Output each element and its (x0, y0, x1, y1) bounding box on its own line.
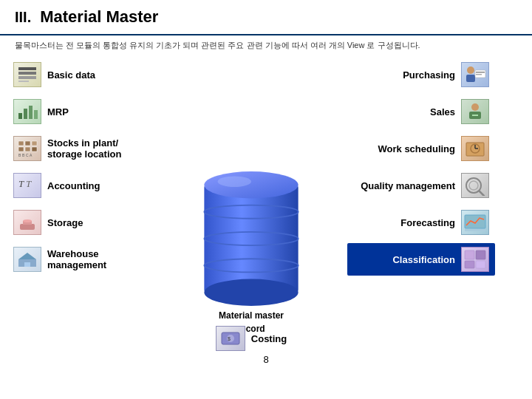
svg-rect-55 (465, 261, 474, 268)
subtitle: 물목마스터는 전 모듈의 통합성 유지의 기초가 되며 관련된 주요 관련 기능… (0, 38, 532, 55)
left-column: Basic data MRP (7, 55, 155, 351)
list-icon (13, 62, 41, 87)
classification-label: Classification (353, 254, 455, 265)
module-storage[interactable]: Storage (7, 206, 155, 239)
warehouse-icon (13, 247, 41, 272)
grid-icon: B B C A (13, 136, 41, 161)
header: III. Material Master (0, 0, 532, 35)
svg-rect-43 (472, 115, 478, 116)
work-scheduling-label: Work scheduling (353, 143, 455, 154)
classification-icon (461, 247, 489, 272)
bar-chart-icon (13, 99, 41, 124)
basic-data-label: Basic data (47, 69, 95, 81)
forecasting-icon (461, 210, 489, 235)
svg-rect-54 (476, 250, 485, 259)
module-work-scheduling[interactable]: Work scheduling (347, 132, 495, 165)
svg-rect-2 (18, 76, 36, 79)
svg-text:A: A (30, 153, 33, 157)
footer: 8 (0, 354, 532, 365)
svg-point-22 (23, 219, 32, 222)
purchasing-label: Purchasing (353, 69, 455, 81)
page-title: Material Master (40, 7, 158, 27)
work-scheduling-icon (461, 136, 489, 161)
svg-point-27 (204, 171, 298, 198)
module-warehouse[interactable]: Warehouse management (7, 243, 155, 276)
svg-point-41 (471, 103, 479, 111)
purchasing-icon (461, 62, 489, 87)
svg-rect-5 (24, 109, 27, 119)
module-quality-management[interactable]: Quality management (347, 169, 495, 202)
sales-label: Sales (353, 106, 455, 117)
svg-rect-37 (466, 75, 475, 82)
svg-rect-3 (18, 81, 29, 82)
svg-rect-52 (465, 229, 485, 231)
svg-rect-40 (476, 74, 482, 75)
svg-rect-51 (465, 215, 485, 228)
svg-rect-6 (29, 106, 33, 119)
svg-rect-25 (24, 262, 30, 267)
accounting-label: Accounting (47, 180, 100, 191)
svg-rect-56 (476, 261, 485, 268)
accounting-icon: T T (13, 173, 41, 198)
module-stocks[interactable]: B B C A Stocks in plant/ storage locatio… (7, 132, 155, 165)
module-purchasing[interactable]: Purchasing (347, 58, 495, 91)
svg-rect-13 (32, 147, 37, 151)
svg-line-50 (480, 191, 484, 196)
svg-rect-53 (465, 250, 474, 259)
storage-label: Storage (47, 217, 83, 228)
main-content: Basic data MRP (0, 55, 532, 351)
svg-rect-20 (20, 224, 35, 230)
svg-rect-12 (25, 147, 30, 151)
warehouse-label: Warehouse management (47, 248, 149, 270)
svg-point-49 (469, 181, 478, 190)
svg-text:B: B (22, 153, 25, 157)
storage-icon (13, 210, 41, 235)
quality-management-label: Quality management (353, 180, 455, 191)
svg-text:T: T (18, 178, 24, 189)
page-container: III. Material Master 물목마스터는 전 모듈의 통합성 유지… (0, 0, 532, 399)
stocks-label: Stocks in plant/ storage location (47, 137, 149, 160)
svg-text:T: T (26, 178, 32, 189)
header-roman: III. (15, 9, 31, 26)
page-number: 8 (263, 354, 268, 365)
svg-rect-9 (25, 141, 30, 146)
svg-rect-8 (18, 141, 24, 146)
svg-text:B: B (18, 153, 21, 157)
svg-rect-39 (476, 72, 485, 73)
center-column: Material master record $ Costing (155, 55, 347, 351)
forecasting-label: Forecasting (353, 217, 455, 228)
costing-icon: $ (216, 326, 245, 351)
quality-management-icon (461, 173, 489, 198)
module-mrp[interactable]: MRP (7, 95, 155, 128)
svg-rect-26 (204, 185, 298, 292)
module-accounting[interactable]: T T Accounting (7, 169, 155, 202)
svg-point-36 (467, 66, 474, 74)
database-cylinder: Material master record (192, 165, 310, 313)
svg-point-32 (218, 176, 251, 187)
svg-text:$: $ (228, 336, 231, 341)
svg-marker-24 (18, 253, 36, 259)
svg-rect-4 (18, 113, 22, 119)
svg-text:C: C (26, 153, 29, 157)
module-classification[interactable]: Classification (347, 243, 495, 276)
right-column: Purchasing Sales (347, 55, 495, 351)
module-sales[interactable]: Sales (347, 95, 495, 128)
module-basic-data[interactable]: Basic data (7, 58, 155, 91)
svg-rect-7 (34, 110, 38, 119)
sales-icon (461, 99, 489, 124)
module-forecasting[interactable]: Forecasting (347, 206, 495, 239)
svg-rect-10 (32, 141, 37, 146)
svg-point-28 (204, 279, 298, 306)
svg-rect-11 (18, 147, 24, 151)
svg-point-48 (466, 178, 481, 193)
mrp-label: MRP (47, 106, 69, 117)
svg-rect-1 (18, 72, 36, 75)
svg-rect-0 (18, 67, 36, 70)
